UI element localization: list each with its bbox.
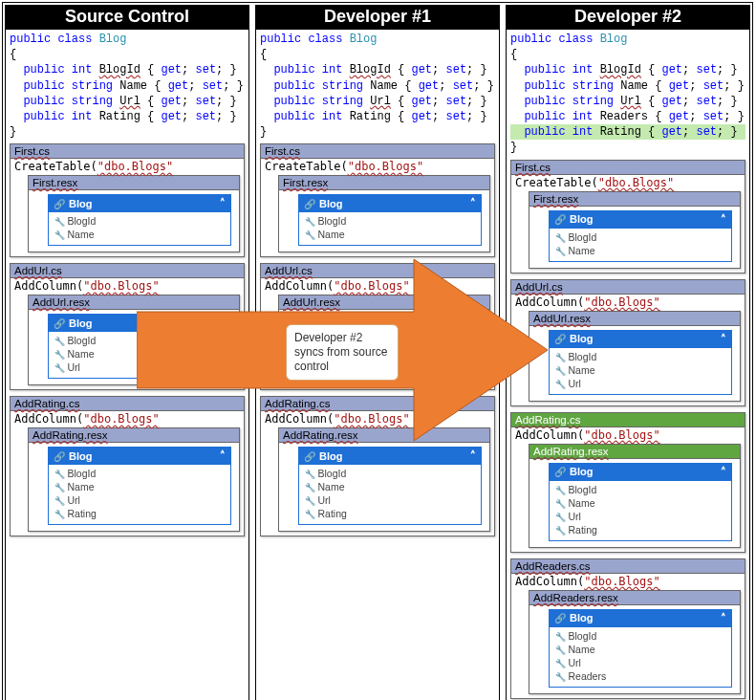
designer-title: Blog xyxy=(570,213,593,225)
designer-row: BlogId xyxy=(303,467,477,480)
designer-title: Blog xyxy=(69,198,92,209)
designer-title: Blog xyxy=(570,612,593,623)
designer-row: Name xyxy=(53,347,227,361)
file-addreaders-resx: AddReaders.resx Blog˄ BlogId Name Url Re… xyxy=(529,590,741,694)
designer-header: Blog˄ xyxy=(549,330,732,348)
designer-row: Url xyxy=(303,493,477,507)
column-header: Source Control xyxy=(6,6,248,30)
file-title: AddUrl.resx xyxy=(29,295,239,310)
code-block: public class Blog { public int BlogId { … xyxy=(256,30,499,142)
chevron-up-icon: ˄ xyxy=(721,333,726,345)
code-line: AddColumn("dbo.Blogs" xyxy=(511,295,745,310)
designer-title: Blog xyxy=(69,450,92,462)
file-first-cs: First.cs CreateTable("dbo.Blogs" First.r… xyxy=(260,143,495,257)
code-line: AddColumn("dbo.Blogs" xyxy=(511,574,745,589)
code-line: AddColumn("dbo.Blogs" xyxy=(261,411,494,427)
designer-row: Rating xyxy=(553,523,727,536)
designer-row: Readers xyxy=(553,669,727,683)
designer-title: Blog xyxy=(570,466,593,477)
link-icon xyxy=(554,466,570,477)
chevron-up-icon: ˄ xyxy=(470,197,476,209)
file-addreaders-cs: AddReaders.cs AddColumn("dbo.Blogs" AddR… xyxy=(510,558,745,699)
designer-row: BlogId xyxy=(553,350,727,363)
file-title: AddUrl.resx xyxy=(529,312,740,326)
file-title: First.resx xyxy=(29,176,239,190)
designer-title: Blog xyxy=(570,333,593,344)
chevron-up-icon: ˄ xyxy=(470,449,476,462)
link-icon xyxy=(304,450,319,462)
designer-header: Blog˄ xyxy=(298,447,482,465)
file-title: AddRating.resx xyxy=(529,445,740,459)
column-header: Developer #1 xyxy=(256,6,499,30)
designer-row: Rating xyxy=(303,507,477,520)
code-line: CreateTable("dbo.Blogs" xyxy=(11,159,244,174)
file-title: First.resx xyxy=(279,176,489,190)
designer-row: BlogId xyxy=(553,483,727,496)
designer-header: Blog˄ xyxy=(48,447,231,465)
designer-row: Name xyxy=(553,363,727,377)
designer-panel: Blog˄ BlogId Name Url Rating xyxy=(48,447,231,525)
chevron-up-icon: ˄ xyxy=(220,449,226,462)
file-first-resx: First.resx Blog˄ BlogId Name xyxy=(278,175,490,252)
designer-panel: Blog˄ BlogId Name xyxy=(48,194,231,246)
designer-panel: Blog˄ BlogId Name Url xyxy=(549,330,732,395)
file-first-cs: First.cs CreateTable("dbo.Blogs" First.r… xyxy=(510,160,745,273)
file-title: AddReaders.cs xyxy=(511,559,745,574)
diagram-root: Source Control public class Blog { publi… xyxy=(2,2,753,700)
code-line: AddColumn("dbo.Blogs" xyxy=(11,278,244,294)
designer-row: BlogId xyxy=(53,214,227,228)
designer-row: BlogId xyxy=(553,629,727,643)
designer-row: Name xyxy=(303,480,477,493)
designer-title: Blog xyxy=(69,317,92,329)
link-icon xyxy=(554,333,570,344)
file-addrating-resx: AddRating.resx Blog˄ BlogId Name Url Rat… xyxy=(278,427,490,532)
designer-row: Name xyxy=(553,643,727,656)
designer-header: Blog˄ xyxy=(298,194,482,212)
file-title: AddRating.cs xyxy=(11,397,244,411)
designer-row: BlogId xyxy=(53,467,227,480)
chevron-up-icon: ˄ xyxy=(220,317,226,329)
code-line: AddColumn("dbo.Blogs" xyxy=(11,411,244,427)
designer-row: Url xyxy=(553,656,727,669)
column-developer-2: Developer #2 public class Blog { public … xyxy=(506,5,750,700)
designer-header: Blog˄ xyxy=(48,314,231,332)
file-first-resx: First.resx Blog˄ BlogId Name xyxy=(529,191,741,269)
link-icon xyxy=(554,612,570,623)
link-icon xyxy=(554,213,570,225)
designer-row: Rating xyxy=(53,507,227,520)
designer-row: BlogId xyxy=(53,334,227,347)
code-line: AddColumn("dbo.Blogs" xyxy=(261,278,494,294)
designer-header: Blog˄ xyxy=(48,194,231,212)
file-title: First.resx xyxy=(529,192,740,207)
chevron-up-icon: ˄ xyxy=(220,197,226,209)
link-icon xyxy=(54,450,69,462)
file-title: AddUrl.cs xyxy=(511,280,745,295)
code-block: public class Blog { public int BlogId { … xyxy=(507,30,749,158)
file-addrating-cs: AddRating.cs AddColumn("dbo.Blogs" AddRa… xyxy=(10,396,245,536)
link-icon xyxy=(304,198,319,209)
file-title: AddRating.cs xyxy=(261,397,494,411)
file-title: AddUrl.cs xyxy=(261,264,494,278)
designer-panel: Blog˄ BlogId Name xyxy=(298,194,482,246)
designer-row: Name xyxy=(53,480,227,493)
file-title: First.cs xyxy=(11,144,244,159)
designer-header: Blog˄ xyxy=(549,463,732,481)
designer-panel: Blog˄ BlogId Name Url Rating xyxy=(298,447,482,525)
file-first-resx: First.resx Blog˄ BlogId Name xyxy=(28,175,240,252)
file-title: AddReaders.resx xyxy=(529,591,740,605)
file-addrating-cs: AddRating.cs AddColumn("dbo.Blogs" AddRa… xyxy=(260,396,495,536)
code-block: public class Blog { public int BlogId { … xyxy=(6,30,248,142)
chevron-up-icon: ˄ xyxy=(721,466,726,478)
callout-sync: Developer #2 syncs from source control xyxy=(286,324,399,381)
file-title: AddUrl.resx xyxy=(279,295,489,310)
file-addurl-resx: AddUrl.resx Blog˄ BlogId Name Url xyxy=(28,295,240,385)
designer-panel: Blog˄ BlogId Name Url xyxy=(48,314,231,379)
file-addrating-resx: AddRating.resx Blog˄ BlogId Name Url Rat… xyxy=(529,444,741,548)
code-line: CreateTable("dbo.Blogs" xyxy=(511,175,745,190)
designer-panel: Blog˄ BlogId Name Url Readers xyxy=(549,609,732,688)
designer-row: BlogId xyxy=(303,214,477,228)
file-addurl-resx: AddUrl.resx Blog˄ BlogId Name Url xyxy=(529,311,741,402)
link-icon xyxy=(54,317,69,329)
designer-panel: Blog˄ BlogId Name xyxy=(549,210,732,262)
chevron-up-icon: ˄ xyxy=(721,612,726,624)
